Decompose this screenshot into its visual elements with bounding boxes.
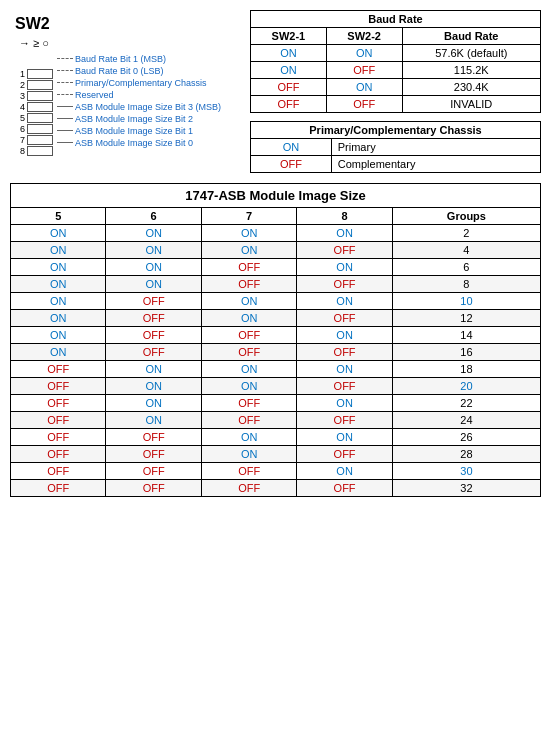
- module-cell-c5: ON: [11, 276, 106, 293]
- label-row-7: ASB Module Image Size Bit 1: [57, 125, 221, 136]
- module-cell-c5: ON: [11, 259, 106, 276]
- module-col-8: 8: [297, 208, 392, 225]
- module-cell-c5: ON: [11, 310, 106, 327]
- module-cell-c8: ON: [297, 293, 392, 310]
- module-cell-c6: ON: [106, 412, 201, 429]
- module-cell-c7: ON: [201, 225, 296, 242]
- chassis-title: Primary/Complementary Chassis: [251, 122, 541, 139]
- label-row-3: Primary/Complementary Chassis: [57, 77, 221, 88]
- module-cell-c7: ON: [201, 378, 296, 395]
- module-cell-c6: ON: [106, 378, 201, 395]
- baud-col-sw21: SW2-1: [251, 28, 327, 45]
- module-cell-c8: ON: [297, 429, 392, 446]
- module-cell-c6: OFF: [106, 344, 201, 361]
- module-row: ONOFFOFFON14: [11, 327, 541, 344]
- baud-sw21: ON: [251, 62, 327, 79]
- module-cell-c7: OFF: [201, 395, 296, 412]
- module-groups: 6: [392, 259, 540, 276]
- sw2-switches: 1 2 3 4 5: [15, 69, 53, 157]
- label-row-8: ASB Module Image Size Bit 0: [57, 137, 221, 148]
- baud-rate-table: Baud Rate SW2-1 SW2-2 Baud Rate ON ON 57…: [250, 10, 541, 113]
- baud-col-sw22: SW2-2: [326, 28, 402, 45]
- module-cell-c6: ON: [106, 361, 201, 378]
- baud-rate: 115.2K: [402, 62, 540, 79]
- sw2-title: SW2: [15, 15, 225, 33]
- sw2-diagram: SW2 → ≥ ○ 1 2 3: [10, 10, 230, 173]
- switch-row-8: 8: [15, 146, 53, 156]
- module-cell-c8: ON: [297, 327, 392, 344]
- module-cell-c7: OFF: [201, 344, 296, 361]
- module-col-7: 7: [201, 208, 296, 225]
- module-groups: 20: [392, 378, 540, 395]
- module-cell-c6: ON: [106, 259, 201, 276]
- right-tables: Baud Rate SW2-1 SW2-2 Baud Rate ON ON 57…: [250, 10, 541, 173]
- module-cell-c8: OFF: [297, 446, 392, 463]
- baud-col-rate: Baud Rate: [402, 28, 540, 45]
- module-cell-c6: ON: [106, 225, 201, 242]
- module-groups: 26: [392, 429, 540, 446]
- label-row-4: Reserved: [57, 89, 221, 100]
- module-groups: 22: [392, 395, 540, 412]
- baud-row: OFF OFF INVALID: [251, 96, 541, 113]
- switch-1: [27, 69, 53, 79]
- baud-sw21: OFF: [251, 96, 327, 113]
- module-cell-c6: ON: [106, 242, 201, 259]
- chassis-switch: ON: [251, 139, 332, 156]
- chassis-switch: OFF: [251, 156, 332, 173]
- module-cell-c7: OFF: [201, 276, 296, 293]
- module-cell-c6: OFF: [106, 463, 201, 480]
- module-cell-c6: OFF: [106, 310, 201, 327]
- module-row: OFFONOFFON22: [11, 395, 541, 412]
- module-row: OFFONONOFF20: [11, 378, 541, 395]
- module-groups: 18: [392, 361, 540, 378]
- switch-row-1: 1: [15, 69, 53, 79]
- module-col-groups: Groups: [392, 208, 540, 225]
- module-row: OFFOFFONON26: [11, 429, 541, 446]
- module-row: OFFONOFFOFF24: [11, 412, 541, 429]
- module-row: ONONONON2: [11, 225, 541, 242]
- module-cell-c8: OFF: [297, 378, 392, 395]
- switch-2: [27, 80, 53, 90]
- baud-rate: 57.6K (default): [402, 45, 540, 62]
- baud-sw21: ON: [251, 45, 327, 62]
- module-cell-c5: OFF: [11, 395, 106, 412]
- module-col-6: 6: [106, 208, 201, 225]
- baud-row: ON OFF 115.2K: [251, 62, 541, 79]
- baud-sw22: OFF: [326, 62, 402, 79]
- module-row: OFFOFFOFFON30: [11, 463, 541, 480]
- switch-row-4: 4: [15, 102, 53, 112]
- module-cell-c7: ON: [201, 310, 296, 327]
- module-cell-c6: OFF: [106, 293, 201, 310]
- module-cell-c5: OFF: [11, 361, 106, 378]
- module-row: ONONOFFOFF8: [11, 276, 541, 293]
- module-groups: 12: [392, 310, 540, 327]
- module-groups: 14: [392, 327, 540, 344]
- module-cell-c7: OFF: [201, 480, 296, 497]
- module-cell-c8: OFF: [297, 344, 392, 361]
- module-groups: 2: [392, 225, 540, 242]
- baud-row: OFF ON 230.4K: [251, 79, 541, 96]
- module-cell-c5: OFF: [11, 480, 106, 497]
- module-row: ONOFFONOFF12: [11, 310, 541, 327]
- module-row: ONOFFOFFOFF16: [11, 344, 541, 361]
- switch-6: [27, 124, 53, 134]
- module-groups: 28: [392, 446, 540, 463]
- module-cell-c8: OFF: [297, 276, 392, 293]
- switch-4: [27, 102, 53, 112]
- module-row: OFFOFFOFFOFF32: [11, 480, 541, 497]
- module-col-5: 5: [11, 208, 106, 225]
- module-groups: 4: [392, 242, 540, 259]
- module-cell-c6: OFF: [106, 429, 201, 446]
- baud-row: ON ON 57.6K (default): [251, 45, 541, 62]
- switch-row-5: 5: [15, 113, 53, 123]
- module-cell-c5: OFF: [11, 412, 106, 429]
- module-groups: 32: [392, 480, 540, 497]
- chassis-row: ON Primary: [251, 139, 541, 156]
- chassis-type: Primary: [331, 139, 540, 156]
- module-cell-c7: ON: [201, 429, 296, 446]
- module-row: ONONONOFF4: [11, 242, 541, 259]
- module-cell-c6: ON: [106, 395, 201, 412]
- baud-rate: 230.4K: [402, 79, 540, 96]
- chassis-row: OFF Complementary: [251, 156, 541, 173]
- chassis-type: Complementary: [331, 156, 540, 173]
